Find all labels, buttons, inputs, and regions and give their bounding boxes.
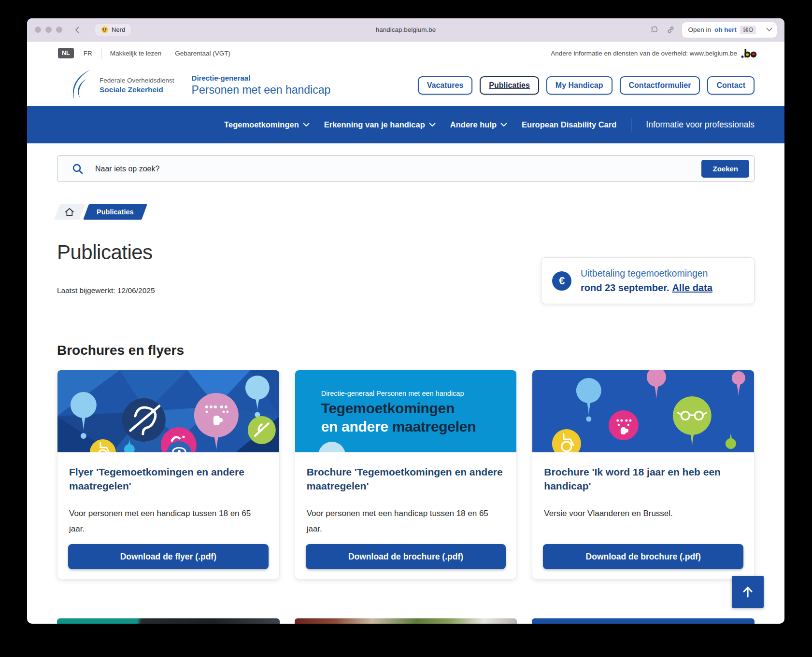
- fod-logo-swoosh-icon[interactable]: [69, 70, 95, 101]
- card-description: Voor personen met een handicap tussen 18…: [307, 506, 505, 537]
- my-handicap-button[interactable]: My Handicap: [546, 76, 613, 95]
- balloon-green: [248, 416, 276, 444]
- search-section: Zoeken: [27, 143, 784, 182]
- nav-professionals-link[interactable]: Informatie voor professionals: [646, 120, 755, 130]
- traffic-lights: [35, 27, 62, 33]
- department-name[interactable]: Directie-generaal Personen met een handi…: [192, 74, 331, 97]
- extensions-puzzle-icon[interactable]: [650, 25, 659, 34]
- back-to-top-button[interactable]: [732, 576, 764, 608]
- nav-divider: [631, 118, 631, 132]
- section-title: Brochures en flyers: [57, 343, 755, 358]
- card-title[interactable]: Brochure 'Ik word 18 jaar en heb een han…: [544, 465, 742, 493]
- open-in-app-name: oh hert: [714, 26, 737, 33]
- balloon-braille-magenta: [609, 410, 639, 440]
- contactformulier-button[interactable]: Contactformulier: [620, 76, 700, 95]
- cover-title-line2-dark: maatregelen: [388, 419, 476, 434]
- breadcrumb: Publicaties: [57, 204, 755, 220]
- home-icon: [65, 208, 74, 217]
- sign-language-link[interactable]: Gebarentaal (VGT): [175, 50, 230, 57]
- cover-kicker: Directie-generaal Personen met een handi…: [321, 390, 476, 397]
- cover-title-line2-white: en andere: [321, 419, 388, 434]
- nav-erkenning[interactable]: Erkenning van je handicap: [324, 120, 436, 129]
- nav-tegemoetkomingen[interactable]: Tegemoetkomingen: [224, 120, 310, 129]
- card-preview-strip: [295, 618, 517, 624]
- card-description: Voor personen met een handicap tussen 18…: [69, 506, 268, 537]
- nav-andere-hulp[interactable]: Andere hulp: [450, 120, 507, 129]
- nav-label: Erkenning van je handicap: [324, 120, 425, 129]
- utility-divider: [101, 47, 101, 59]
- chevron-down-icon: [429, 123, 436, 127]
- alle-data-link[interactable]: Alle data: [672, 282, 712, 293]
- notification-line1: Uitbetaling tegemoetkomingen: [581, 266, 712, 280]
- card-description: Versie voor Vlaanderen en Brussel.: [544, 506, 742, 521]
- org-line1: Federale Overheidsdienst: [100, 76, 174, 85]
- payment-notification-card: € Uitbetaling tegemoetkomingen rond 23 s…: [541, 257, 755, 304]
- tab-favicon-smiley-icon: [101, 26, 108, 33]
- browser-chrome: Nerd handicap.belgium.be Open in oh hert…: [27, 18, 784, 42]
- card-cover-illustration: [532, 370, 754, 452]
- card-flyer-tegemoetkomingen: Flyer 'Tegemoetkomingen en andere maatre…: [57, 370, 280, 579]
- cards-grid: Flyer 'Tegemoetkomingen en andere maatre…: [57, 370, 755, 579]
- header-buttons: Vacatures Publicaties My Handicap Contac…: [418, 76, 755, 95]
- dept-line2: Personen met een handicap: [192, 83, 331, 97]
- browser-tab[interactable]: Nerd: [95, 24, 131, 36]
- download-flyer-button[interactable]: Download de flyer (.pdf): [68, 544, 269, 569]
- utility-bar: NL FR Makkelijk te lezen Gebarentaal (VG…: [27, 42, 784, 65]
- close-window-icon[interactable]: [35, 27, 41, 33]
- zoom-window-icon[interactable]: [56, 27, 62, 33]
- chevron-down-icon: [500, 123, 507, 127]
- card-brochure-18-jaar: Brochure 'Ik word 18 jaar en heb een han…: [532, 370, 755, 579]
- card-cover-illustration: [57, 370, 279, 452]
- nav-label: Andere hulp: [450, 120, 497, 129]
- link-icon[interactable]: [666, 25, 675, 34]
- card-preview-strip: [57, 618, 280, 624]
- breadcrumb-current-label: Publicaties: [97, 208, 134, 216]
- main-navigation: Tegemoetkomingen Erkenning van je handic…: [27, 106, 784, 143]
- breadcrumb-home[interactable]: [54, 204, 85, 220]
- back-icon[interactable]: [73, 26, 82, 34]
- card-cover-illustration: Directie-generaal Personen met een handi…: [295, 370, 517, 452]
- search-box: Zoeken: [57, 155, 755, 182]
- cover-decorative-circle: [318, 442, 345, 452]
- card-brochure-tegemoetkomingen: Directie-generaal Personen met een handi…: [295, 370, 517, 579]
- search-input[interactable]: [94, 164, 701, 174]
- breadcrumb-current: Publicaties: [83, 204, 147, 220]
- belgium-be-logo: [741, 48, 757, 58]
- keyboard-shortcut-badge: ⌘O: [740, 26, 756, 34]
- chevron-down-icon: [303, 123, 310, 127]
- minimize-window-icon[interactable]: [45, 27, 52, 33]
- nav-label: Tegemoetkomingen: [224, 120, 299, 129]
- government-info-link[interactable]: Andere informatie en diensten van de ove…: [551, 50, 737, 57]
- site-header: Federale Overheidsdienst Sociale Zekerhe…: [27, 65, 784, 106]
- tab-title: Nerd: [112, 26, 125, 33]
- download-brochure-button[interactable]: Download de brochure (.pdf): [306, 544, 506, 569]
- language-nl-button[interactable]: NL: [58, 48, 74, 58]
- publicaties-button[interactable]: Publicaties: [480, 76, 539, 95]
- card-title[interactable]: Flyer 'Tegemoetkomingen en andere maatre…: [69, 465, 268, 493]
- download-brochure-button[interactable]: Download de brochure (.pdf): [543, 544, 743, 569]
- balloon-deaf: [122, 398, 166, 442]
- dept-line1: Directie-generaal: [192, 74, 331, 83]
- vacatures-button[interactable]: Vacatures: [418, 76, 473, 95]
- search-submit-button[interactable]: Zoeken: [701, 160, 749, 178]
- language-fr-button[interactable]: FR: [84, 50, 92, 57]
- contact-button[interactable]: Contact: [707, 76, 755, 95]
- open-in-control[interactable]: Open in oh hert ⌘O: [682, 22, 777, 38]
- card-title[interactable]: Brochure 'Tegemoetkomingen en andere maa…: [307, 465, 505, 493]
- card-preview-strip: [532, 618, 755, 624]
- arrow-up-icon: [740, 584, 756, 600]
- euro-icon: €: [552, 271, 571, 291]
- chevron-down-icon[interactable]: [766, 28, 772, 32]
- notification-line2: rond 23 september.: [581, 282, 669, 293]
- org-line2: Sociale Zekerheid: [100, 85, 174, 95]
- search-icon: [72, 163, 84, 175]
- next-row-card-previews: [57, 618, 755, 624]
- org-name: Federale Overheidsdienst Sociale Zekerhe…: [100, 76, 174, 95]
- pill-divider: [761, 26, 761, 34]
- nav-european-disability-card[interactable]: European Disability Card: [522, 120, 616, 129]
- nav-label: European Disability Card: [522, 120, 616, 129]
- cover-title-line1: Tegemoetkomingen: [321, 399, 476, 418]
- open-in-label: Open in: [688, 26, 711, 33]
- browser-window: Nerd handicap.belgium.be Open in oh hert…: [27, 18, 784, 624]
- easy-read-link[interactable]: Makkelijk te lezen: [110, 50, 162, 57]
